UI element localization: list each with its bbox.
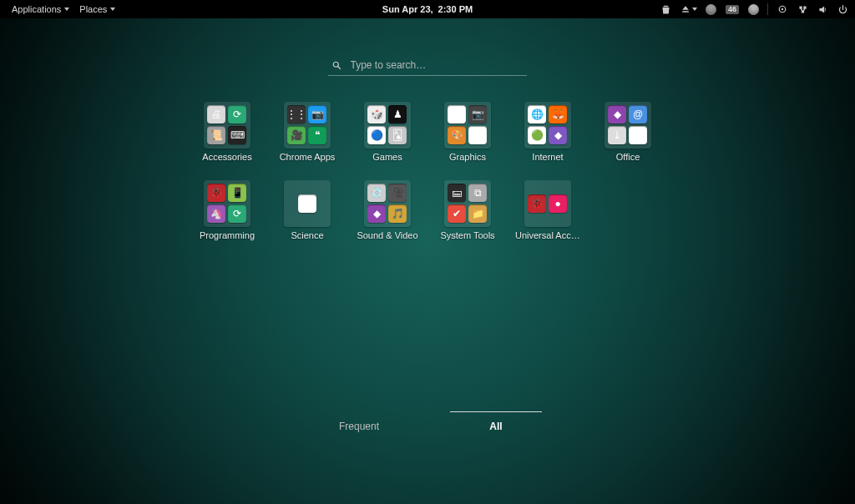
app-mini-icon: 🖴 [448,184,466,202]
app-mini-icon: 🔵 [367,126,386,144]
chevron-down-icon [110,8,115,11]
svg-point-1 [782,8,783,10]
app-mini-icon: ⟳ [228,105,246,123]
folder-label: Graphics [435,152,500,162]
status-tray: 46 [660,0,848,18]
app-mini-icon: 🦄 [207,204,225,223]
folder-thumbnail: ◆@⤓ [605,102,651,149]
app-mini-icon: ❝ [308,126,326,144]
folder-label: Games [355,152,420,162]
app-mini-icon [629,126,647,144]
applications-menu[interactable]: Applications [7,0,74,18]
clock[interactable]: Sun Apr 23, 2:30 PM [382,4,473,14]
user-icon[interactable] [747,3,759,15]
tray-separator [767,3,768,15]
folder-label: Accessories [195,152,260,162]
app-mini-icon: 🌐 [528,105,546,123]
app-mini-icon: ⤓ [608,126,626,144]
app-mini-icon: 🎥 [388,184,407,202]
app-mini-icon: 📁 [468,204,487,223]
chevron-down-icon [692,8,697,11]
folder-thumbnail: 🌐🦊🟢◆ [524,102,571,149]
app-folder-office[interactable]: ◆@⤓Office [594,102,661,162]
view-tabs: Frequent All [313,411,542,437]
app-mini-icon: ◆ [367,204,386,223]
app-mini-icon: 🖉 [448,105,466,123]
folder-label: Sound & Video [355,230,420,240]
app-mini-icon: ✔ [448,204,466,223]
app-mini-icon: 🖨 [207,105,225,123]
app-folder-graphics[interactable]: 🖉📷🎨Graphics [434,102,501,162]
folder-thumbnail: 💿🎥◆🎵 [364,180,411,227]
app-mini-icon: ♟ [388,105,407,123]
app-folder-accessories[interactable]: 🖨⟳📜⌨Accessories [194,102,261,162]
folder-label: Programming [195,230,260,240]
app-folder-science[interactable]: ƒScience [274,180,341,240]
app-mini-icon [468,126,487,144]
folder-thumbnail: ƒ [284,180,331,227]
app-mini-icon: 🎨 [448,126,466,144]
app-folder-sound-video[interactable]: 💿🎥◆🎵Sound & Video [354,180,421,240]
app-folder-internet[interactable]: 🌐🦊🟢◆Internet [514,102,581,162]
app-folder-games[interactable]: 🎲♟🔵🂡Games [354,102,421,162]
app-grid: 🖨⟳📜⌨Accessories⋮⋮📷🎥❝Chrome Apps🎲♟🔵🂡Games… [194,102,661,240]
app-folder-universal-access[interactable]: 🐞●Universal Access [514,180,581,240]
applications-menu-label: Applications [12,4,61,14]
folder-thumbnail: 🖉📷🎨 [444,102,491,149]
search-input[interactable] [349,58,524,72]
app-mini-icon: ● [549,194,567,213]
app-folder-chrome-apps[interactable]: ⋮⋮📷🎥❝Chrome Apps [274,102,341,162]
app-mini-icon: 🂡 [388,126,407,144]
app-mini-icon: ⌨ [228,126,246,144]
network-icon[interactable] [797,3,808,15]
folder-thumbnail: 🖨⟳📜⌨ [204,102,250,149]
svg-line-3 [338,67,341,69]
app-mini-icon: ƒ [298,194,316,213]
chat-icon[interactable] [706,3,717,15]
places-menu-label: Places [79,4,107,14]
engine-icon[interactable] [777,3,788,15]
clock-time: 2:30 PM [438,4,473,14]
folder-label: Universal Access [515,230,580,240]
app-mini-icon: 🐞 [528,194,546,213]
search-box[interactable] [328,57,527,76]
app-mini-icon: 🎥 [287,126,306,144]
folder-thumbnail: ⋮⋮📷🎥❝ [284,102,331,149]
places-menu[interactable]: Places [74,0,120,18]
app-folder-system-tools[interactable]: 🖴⧉✔📁System Tools [434,180,501,240]
app-mini-icon: ⧉ [468,184,487,202]
app-mini-icon: 📷 [308,105,326,123]
app-mini-icon: 🎲 [367,105,386,123]
app-mini-icon: 📷 [468,105,487,123]
folder-thumbnail: 🎲♟🔵🂡 [364,102,411,149]
app-mini-icon: ⟳ [228,204,246,223]
app-mini-icon: 🟢 [528,126,546,144]
folder-label: Office [595,152,660,162]
folder-label: System Tools [435,230,500,240]
app-mini-icon: 📜 [207,126,225,144]
app-mini-icon: @ [629,105,647,123]
folder-thumbnail: 🐞● [524,180,571,227]
folder-thumbnail: 🐞📱🦄⟳ [204,180,250,227]
app-mini-icon: ◆ [549,126,567,144]
folder-label: Internet [515,152,580,162]
trash-icon[interactable] [660,3,672,15]
app-mini-icon: ⋮⋮ [287,105,306,123]
tab-all[interactable]: All [450,411,542,437]
volume-icon[interactable] [817,3,828,15]
clock-date: Sun Apr 23, [382,4,433,14]
app-folder-programming[interactable]: 🐞📱🦄⟳Programming [194,180,261,240]
power-icon[interactable] [837,3,848,15]
notification-badge[interactable]: 46 [726,5,739,14]
app-mini-icon: ◆ [608,105,626,123]
chevron-down-icon [64,8,69,11]
app-mini-icon: 🦊 [549,105,567,123]
eject-menu[interactable] [680,0,697,18]
folder-label: Science [275,230,340,240]
app-mini-icon: 🐞 [207,184,225,202]
tab-frequent[interactable]: Frequent [313,421,405,437]
app-mini-icon: 🎵 [388,204,407,223]
search-icon [331,59,342,71]
folder-label: Chrome Apps [275,152,340,162]
app-mini-icon: 💿 [367,184,386,202]
